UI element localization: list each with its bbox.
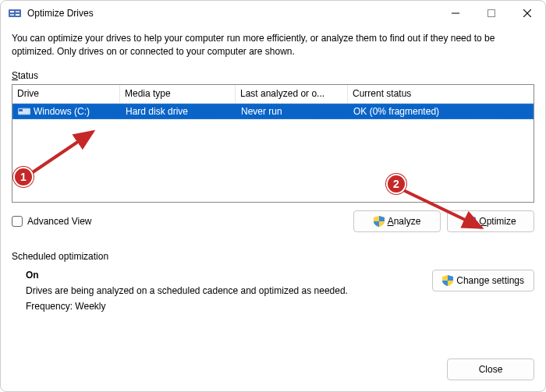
change-settings-button[interactable]: Change settings (432, 270, 534, 291)
svg-rect-1 (10, 11, 14, 12)
intro-text: You can optimize your drives to help you… (12, 32, 534, 59)
cell-drive: Windows (C:) (13, 106, 121, 117)
close-dialog-button[interactable]: Close (447, 358, 534, 380)
svg-rect-0 (9, 9, 21, 17)
schedule-freq: Frequency: Weekly (26, 301, 426, 312)
svg-rect-2 (16, 11, 20, 12)
svg-rect-3 (10, 14, 14, 16)
shield-icon (442, 275, 453, 286)
table-header: Drive Media type Last analyzed or o... C… (12, 85, 534, 104)
close-button[interactable] (509, 1, 545, 26)
status-label: Status (12, 70, 534, 81)
cell-status: OK (0% fragmented) (349, 106, 533, 117)
maximize-button[interactable] (473, 1, 509, 26)
advanced-view-checkbox[interactable]: Advanced View (12, 216, 92, 227)
schedule-desc: Drives are being analyzed on a scheduled… (26, 285, 426, 296)
cell-media: Hard disk drive (121, 106, 236, 117)
shield-icon (465, 216, 476, 227)
col-drive[interactable]: Drive (12, 85, 120, 103)
titlebar: Optimize Drives (1, 1, 545, 26)
svg-rect-4 (16, 14, 20, 16)
scheduled-optimization-label: Scheduled optimization (12, 251, 534, 262)
analyze-button[interactable]: Analyze (353, 210, 441, 232)
schedule-state: On (26, 270, 426, 281)
minimize-button[interactable] (438, 1, 473, 26)
svg-rect-10 (19, 109, 23, 111)
col-current-status[interactable]: Current status (348, 85, 534, 103)
table-row[interactable]: Windows (C:) Hard disk drive Never run O… (12, 104, 534, 119)
cell-last: Never run (236, 106, 349, 117)
defrag-icon (9, 7, 21, 19)
optimize-button[interactable]: Optimize (447, 210, 534, 232)
shield-icon (374, 216, 385, 227)
svg-rect-6 (488, 10, 495, 17)
drives-table: Drive Media type Last analyzed or o... C… (12, 84, 534, 203)
col-media-type[interactable]: Media type (120, 85, 236, 103)
window-title: Optimize Drives (27, 8, 94, 19)
col-last-analyzed[interactable]: Last analyzed or o... (236, 85, 348, 103)
drive-icon (18, 107, 30, 116)
